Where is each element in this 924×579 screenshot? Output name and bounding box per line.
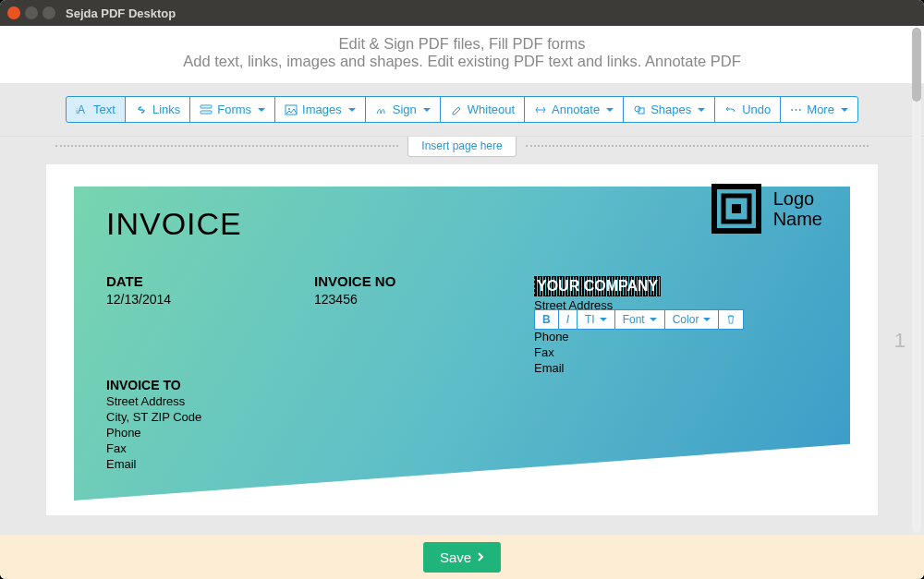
invoice-content: INVOICE Logo Name DATE 12/13/2014 — [106, 206, 822, 515]
date-col[interactable]: DATE 12/13/2014 — [106, 273, 314, 307]
minimize-icon[interactable] — [25, 6, 38, 19]
bold-button[interactable]: B — [534, 309, 559, 330]
images-button[interactable]: Images — [274, 96, 366, 123]
logo-text: Logo Name — [773, 188, 822, 229]
svg-rect-1 — [201, 105, 212, 108]
chevron-down-icon — [650, 318, 657, 321]
scrollbar[interactable] — [912, 28, 921, 533]
page-header: Edit & Sign PDF files, Fill PDF forms Ad… — [0, 26, 924, 83]
more-button[interactable]: ⋯ More — [780, 96, 858, 123]
chevron-down-icon — [703, 318, 711, 321]
divider — [55, 145, 398, 147]
svg-rect-5 — [635, 106, 640, 112]
svg-rect-2 — [201, 111, 212, 114]
sign-icon — [375, 103, 388, 116]
invoice-no-col[interactable]: INVOICE NO 123456 — [314, 273, 522, 307]
content-area: Insert page here 1 INVOICE Logo Name — [0, 137, 924, 535]
invoice-to-block[interactable]: INVOICE TO Street Address City, ST ZIP C… — [106, 378, 201, 472]
insert-page-button[interactable]: Insert page here — [407, 137, 516, 157]
more-icon: ⋯ — [790, 103, 802, 116]
links-button[interactable]: Links — [125, 96, 190, 123]
window-title: Sejda PDF Desktop — [66, 6, 176, 20]
forms-icon — [200, 103, 213, 116]
format-toolbar: B I TI Font Color — [534, 309, 744, 330]
font-button[interactable]: Font — [614, 309, 665, 330]
trash-icon — [726, 314, 736, 325]
company-title-selected[interactable]: YOUR COMPANY — [534, 276, 661, 296]
chevron-down-icon — [606, 108, 614, 112]
chevron-down-icon — [698, 108, 705, 112]
color-button[interactable]: Color — [664, 309, 720, 330]
svg-rect-9 — [732, 204, 741, 213]
scroll-thumb[interactable] — [912, 28, 921, 102]
whiteout-icon — [450, 103, 463, 116]
chevron-right-icon — [477, 551, 484, 562]
svg-point-4 — [288, 108, 290, 110]
annotate-icon — [534, 103, 547, 116]
pdf-page[interactable]: INVOICE Logo Name DATE 12/13/2014 — [46, 164, 878, 515]
italic-button[interactable]: I — [558, 309, 578, 330]
annotate-button[interactable]: Annotate — [524, 96, 624, 123]
logo-icon — [711, 183, 762, 235]
shapes-icon — [633, 103, 646, 116]
maximize-icon[interactable] — [43, 6, 55, 19]
link-icon — [135, 103, 148, 116]
chevron-down-icon — [423, 108, 431, 112]
toolbar: ᵢA Text Links Forms Images Sign White — [66, 96, 858, 123]
logo-block[interactable]: Logo Name — [711, 183, 822, 235]
chevron-down-icon — [258, 108, 265, 112]
titlebar: Sejda PDF Desktop — [0, 0, 924, 26]
undo-button[interactable]: Undo — [714, 96, 781, 123]
size-button[interactable]: TI — [577, 309, 615, 330]
sign-button[interactable]: Sign — [365, 96, 441, 123]
close-icon[interactable] — [7, 6, 20, 19]
page-number: 1 — [894, 329, 906, 353]
chevron-down-icon — [600, 318, 607, 321]
insert-page-row: Insert page here — [0, 137, 924, 157]
toolbar-area: ᵢA Text Links Forms Images Sign White — [0, 83, 924, 137]
chevron-down-icon — [841, 108, 848, 112]
header-line-2: Add text, links, images and shapes. Edit… — [18, 53, 906, 70]
delete-text-button[interactable] — [718, 309, 744, 330]
chevron-down-icon — [348, 108, 356, 112]
save-button[interactable]: Save — [423, 542, 501, 573]
whiteout-button[interactable]: Whiteout — [440, 96, 525, 123]
divider — [526, 145, 869, 147]
text-button[interactable]: ᵢA Text — [66, 96, 126, 123]
svg-text:ᵢA: ᵢA — [76, 103, 85, 116]
text-icon: ᵢA — [76, 103, 89, 116]
undo-icon — [724, 103, 737, 116]
images-icon — [285, 103, 298, 116]
footer: Save — [0, 535, 924, 579]
shapes-button[interactable]: Shapes — [623, 96, 715, 123]
forms-button[interactable]: Forms — [189, 96, 275, 123]
header-line-1: Edit & Sign PDF files, Fill PDF forms — [18, 35, 906, 53]
